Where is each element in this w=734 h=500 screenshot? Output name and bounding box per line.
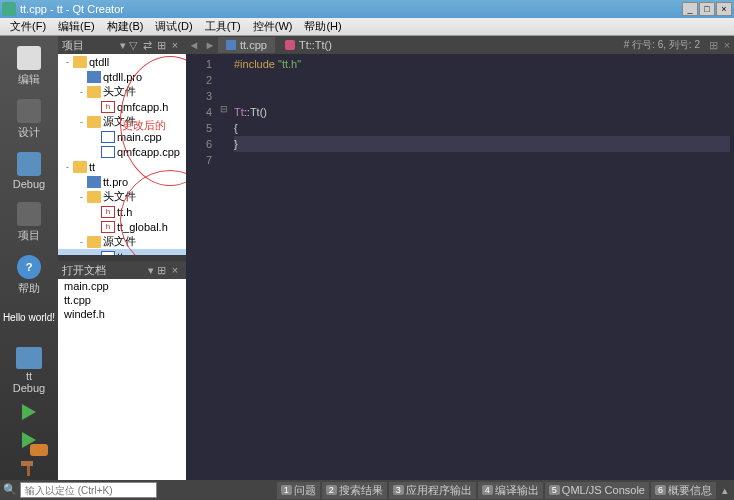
hello-text: Hello world! <box>3 312 55 323</box>
filter-icon[interactable]: ▽ <box>126 39 140 52</box>
menu-item[interactable]: 工具(T) <box>199 17 247 36</box>
locator-input[interactable] <box>20 482 157 498</box>
project-panel-header: 项目 ▾ ▽ ⇄ ⊞ × <box>58 36 186 54</box>
menu-item[interactable]: 文件(F) <box>4 17 52 36</box>
split-editor-icon[interactable]: ⊞ <box>706 39 720 52</box>
tree-node[interactable]: -源文件 <box>58 234 186 249</box>
project-tree[interactable]: 更改后的 默认的 -qtdllqtdll.pro-头文件hqmfcapp.h-源… <box>58 54 186 255</box>
tree-node[interactable]: main.cpp <box>58 129 186 144</box>
mode-project[interactable]: 项目 <box>5 198 53 247</box>
symbol-crumb[interactable]: Tt::Tt() <box>277 39 618 51</box>
close-panel-icon[interactable]: × <box>168 264 182 276</box>
close-panel-icon[interactable]: × <box>168 39 182 51</box>
svg-rect-0 <box>21 461 33 466</box>
open-docs-header: 打开文档 ▾ ⊞ × <box>58 261 186 279</box>
open-doc-item[interactable]: main.cpp <box>58 279 186 293</box>
tree-node[interactable]: -tt <box>58 159 186 174</box>
menu-bar: 文件(F)编辑(E)构建(B)调试(D)工具(T)控件(W)帮助(H) <box>0 18 734 36</box>
split-icon[interactable]: ⊞ <box>154 39 168 52</box>
editor-tabbar: ◄ ► tt.cpp Tt::Tt() # 行号: 6, 列号: 2 ⊞ × <box>186 36 734 54</box>
bottom-bar: 🔍 1问题2搜索结果3应用程序输出4编译输出5QML/JS Console6概要… <box>0 480 734 500</box>
mode-debug[interactable]: Debug <box>5 148 53 194</box>
fold-column[interactable]: ⊟ <box>218 54 230 480</box>
menu-item[interactable]: 编辑(E) <box>52 17 101 36</box>
output-tab[interactable]: 5QML/JS Console <box>545 482 649 499</box>
tree-node[interactable]: tt.pro <box>58 174 186 189</box>
open-doc-item[interactable]: tt.cpp <box>58 293 186 307</box>
method-icon <box>285 40 295 50</box>
open-doc-item[interactable]: windef.h <box>58 307 186 321</box>
app-icon <box>2 2 16 16</box>
tree-node[interactable]: -头文件 <box>58 189 186 204</box>
nav-fwd-icon[interactable]: ► <box>202 39 218 51</box>
editor-area: ◄ ► tt.cpp Tt::Tt() # 行号: 6, 列号: 2 ⊞ × 1… <box>186 36 734 480</box>
window-title: tt.cpp - tt - Qt Creator <box>20 3 682 15</box>
menu-item[interactable]: 调试(D) <box>149 17 198 36</box>
minimize-button[interactable]: _ <box>682 2 698 16</box>
maximize-button[interactable]: □ <box>699 2 715 16</box>
side-panel: 项目 ▾ ▽ ⇄ ⊞ × 更改后的 默认的 -qtdllqtdll.pro-头文… <box>58 36 186 480</box>
tree-node[interactable]: tt.cpp <box>58 249 186 255</box>
menu-item[interactable]: 控件(W) <box>247 17 299 36</box>
tree-node[interactable]: htt_global.h <box>58 219 186 234</box>
line-numbers: 1234567 <box>186 54 218 480</box>
tree-node[interactable]: qtdll.pro <box>58 69 186 84</box>
build-button[interactable] <box>14 456 44 480</box>
mode-help[interactable]: ?帮助 <box>5 251 53 300</box>
open-docs-list[interactable]: main.cpptt.cppwindef.h <box>58 279 186 480</box>
output-tab[interactable]: 3应用程序输出 <box>389 482 476 499</box>
menu-item[interactable]: 构建(B) <box>101 17 150 36</box>
output-tab[interactable]: 4编译输出 <box>478 482 543 499</box>
window-titlebar: tt.cpp - tt - Qt Creator _ □ × <box>0 0 734 18</box>
line-col-info: # 行号: 6, 列号: 2 <box>618 38 706 52</box>
output-tab[interactable]: 1问题 <box>277 482 320 499</box>
mode-bar: 编辑 设计 Debug 项目 ?帮助 Hello world! ttDebug <box>0 36 58 480</box>
kit-selector[interactable]: ttDebug <box>5 345 53 396</box>
tree-node[interactable]: qmfcapp.cpp <box>58 144 186 159</box>
tree-node[interactable]: -头文件 <box>58 84 186 99</box>
search-icon[interactable]: 🔍 <box>2 483 18 497</box>
tree-node[interactable]: -qtdll <box>58 54 186 69</box>
tree-node[interactable]: htt.h <box>58 204 186 219</box>
mode-edit[interactable]: 编辑 <box>5 42 53 91</box>
output-tab[interactable]: 2搜索结果 <box>322 482 387 499</box>
split-icon[interactable]: ⊞ <box>154 264 168 277</box>
menu-item[interactable]: 帮助(H) <box>298 17 347 36</box>
sync-icon[interactable]: ⇄ <box>140 39 154 52</box>
file-tab[interactable]: tt.cpp <box>218 37 275 53</box>
mode-design[interactable]: 设计 <box>5 95 53 144</box>
tree-node[interactable]: hqmfcapp.h <box>58 99 186 114</box>
svg-rect-1 <box>27 466 30 476</box>
nav-back-icon[interactable]: ◄ <box>186 39 202 51</box>
code-editor[interactable]: 1234567 ⊟ #include "tt.h"Tt::Tt(){} <box>186 54 734 480</box>
close-editor-icon[interactable]: × <box>720 39 734 51</box>
tree-node[interactable]: -源文件 <box>58 114 186 129</box>
close-button[interactable]: × <box>716 2 732 16</box>
source-text[interactable]: #include "tt.h"Tt::Tt(){} <box>230 54 734 480</box>
debug-run-button[interactable] <box>14 428 44 452</box>
run-button[interactable] <box>14 400 44 424</box>
output-expand-icon[interactable]: ▴ <box>718 484 732 497</box>
output-tab[interactable]: 6概要信息 <box>651 482 716 499</box>
